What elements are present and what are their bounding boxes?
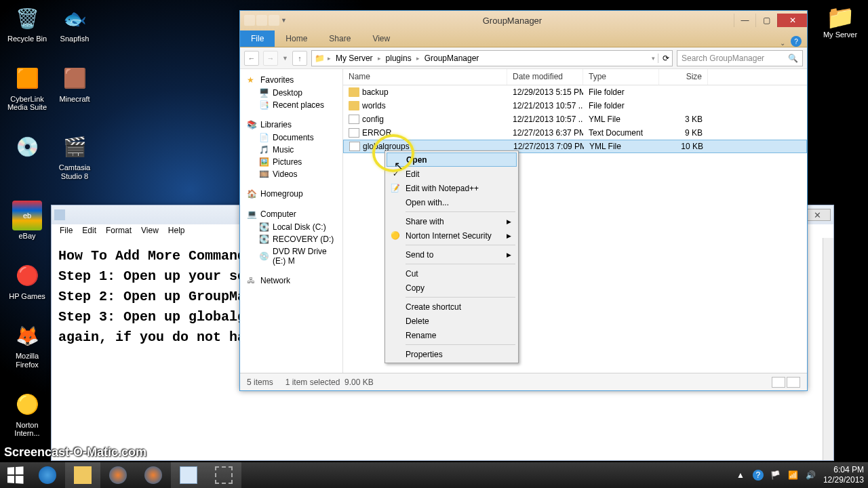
desktop-icon-snapfish[interactable]: 🐟Snapfish xyxy=(51,3,98,43)
tray-help-icon[interactable]: ? xyxy=(753,470,764,481)
tray-network-icon[interactable]: 📶 xyxy=(788,470,799,481)
tray-action-icon[interactable]: 🏳️ xyxy=(770,470,781,481)
menu-help[interactable]: Help xyxy=(164,226,189,237)
desktop-icon-camtasia[interactable]: 🎬Camtasia Studio 8 xyxy=(51,132,98,180)
nav-recovery[interactable]: 💽RECOVERY (D:) xyxy=(240,233,342,245)
explorer-titlebar[interactable]: ▼ GroupManager — ▢ ✕ xyxy=(240,11,807,30)
list-header: Name Date modified Type Size xyxy=(343,69,807,85)
nav-local-disk[interactable]: 💽Local Disk (C:) xyxy=(240,221,342,233)
start-button[interactable] xyxy=(0,462,30,488)
desktop-icon-firefox[interactable]: 🦊Mozilla Firefox xyxy=(3,321,51,369)
taskbar-wmp[interactable] xyxy=(100,462,136,488)
tray-up-icon[interactable]: ▲ xyxy=(735,470,746,481)
breadcrumb[interactable]: 📁 ▸ My Server ▸ plugins ▸ GroupManager ▾… xyxy=(311,50,673,66)
explorer-window: ▼ GroupManager — ▢ ✕ File Home Share Vie… xyxy=(239,10,808,391)
view-details-button[interactable] xyxy=(772,377,785,388)
taskbar: ▲ ? 🏳️ 📶 🔊 6:04 PM 12/29/2013 xyxy=(0,462,868,488)
list-item[interactable]: config12/21/2013 10:57 ...YML File3 KB xyxy=(343,113,807,126)
minimize-button[interactable]: — xyxy=(734,14,755,27)
context-menu-item[interactable]: Cut xyxy=(387,266,517,281)
close-button[interactable]: ✕ xyxy=(804,209,831,221)
context-menu-item[interactable]: Create shortcut xyxy=(387,300,517,314)
menu-file[interactable]: File xyxy=(56,226,77,237)
nav-libraries[interactable]: 📚Libraries xyxy=(240,118,342,131)
window-title: GroupManager xyxy=(291,16,734,26)
desktop-icon-cyberlink[interactable]: 🟧CyberLink Media Suite xyxy=(3,64,51,112)
tab-file[interactable]: File xyxy=(240,30,275,47)
menu-format[interactable]: Format xyxy=(102,226,136,237)
nav-computer[interactable]: 💻Computer xyxy=(240,207,342,221)
menu-view[interactable]: View xyxy=(137,226,163,237)
desktop-icon-disc[interactable]: 💿 xyxy=(3,132,51,180)
context-menu-item[interactable]: ✓Edit xyxy=(387,167,517,181)
search-icon: 🔍 xyxy=(788,54,798,63)
list-item[interactable]: worlds12/21/2013 10:57 ...File folder xyxy=(343,99,807,113)
tray-clock[interactable]: 6:04 PM 12/29/2013 xyxy=(823,465,864,485)
context-menu-item[interactable]: Share with▶ xyxy=(387,214,517,228)
chevron-down-icon[interactable]: ⌄ xyxy=(780,39,785,47)
nav-pictures[interactable]: 🖼️Pictures xyxy=(240,156,342,168)
nav-dvd[interactable]: 💿DVD RW Drive (E:) M xyxy=(240,245,342,267)
folder-icon: 📁 xyxy=(315,54,325,63)
help-icon[interactable]: ? xyxy=(791,36,802,47)
taskbar-recorder[interactable] xyxy=(206,462,241,488)
forward-button[interactable]: → xyxy=(263,51,278,66)
taskbar-firefox[interactable] xyxy=(136,462,171,488)
col-date[interactable]: Date modified xyxy=(507,69,583,85)
ribbon-tabs: File Home Share View ⌄ ? xyxy=(240,30,807,47)
status-items: 5 items xyxy=(247,378,273,387)
context-menu-item[interactable]: Open xyxy=(387,152,517,167)
context-menu-item[interactable]: Send to▶ xyxy=(387,247,517,262)
back-button[interactable]: ← xyxy=(244,51,259,66)
tray-volume-icon[interactable]: 🔊 xyxy=(806,470,816,481)
maximize-button[interactable]: ▢ xyxy=(755,14,777,27)
breadcrumb-item[interactable]: GroupManager xyxy=(422,54,481,63)
view-icons-button[interactable] xyxy=(787,377,800,388)
tab-share[interactable]: Share xyxy=(318,30,361,47)
context-menu-item[interactable]: Open with... xyxy=(387,195,517,209)
scrollbar-vertical[interactable] xyxy=(823,238,833,460)
col-size[interactable]: Size xyxy=(659,69,708,85)
nav-recent[interactable]: 📑Recent places xyxy=(240,99,342,111)
qat-icon[interactable] xyxy=(244,15,255,26)
taskbar-notepad[interactable] xyxy=(171,462,206,488)
nav-network[interactable]: 🖧Network xyxy=(240,274,342,287)
menu-edit[interactable]: Edit xyxy=(78,226,100,237)
context-menu-item[interactable]: Rename xyxy=(387,328,517,342)
context-menu-item[interactable]: Copy xyxy=(387,281,517,295)
desktop-icon-my-server[interactable]: 📁 My Server xyxy=(816,3,864,39)
context-menu-item[interactable]: Delete xyxy=(387,314,517,328)
tab-view[interactable]: View xyxy=(361,30,401,47)
search-input[interactable]: Search GroupManager 🔍 xyxy=(677,50,803,66)
taskbar-explorer[interactable] xyxy=(65,462,100,488)
desktop-icon-minecraft[interactable]: 🟫Minecraft xyxy=(51,64,98,112)
tab-home[interactable]: Home xyxy=(275,30,318,47)
desktop-icon-hp-games[interactable]: 🔴HP Games xyxy=(3,261,51,301)
desktop-icon-norton[interactable]: 🟡Norton Intern... xyxy=(3,390,51,438)
context-menu-item[interactable]: Properties xyxy=(387,347,517,361)
desktop-icon-recycle-bin[interactable]: 🗑️Recycle Bin xyxy=(3,3,51,43)
breadcrumb-item[interactable]: plugins xyxy=(384,54,414,63)
nav-desktop[interactable]: 🖥️Desktop xyxy=(240,87,342,99)
nav-videos[interactable]: 🎞️Videos xyxy=(240,168,342,180)
qat-icon[interactable] xyxy=(269,15,279,26)
col-type[interactable]: Type xyxy=(583,69,659,85)
nav-homegroup[interactable]: 🏠Homegroup xyxy=(240,187,342,201)
taskbar-ie[interactable] xyxy=(30,462,65,488)
status-selected: 1 item selected 9.00 KB xyxy=(285,378,374,387)
refresh-icon[interactable]: ⟳ xyxy=(658,54,669,63)
status-bar: 5 items 1 item selected 9.00 KB xyxy=(240,373,807,390)
context-menu-item[interactable]: 🟡Norton Internet Security▶ xyxy=(387,228,517,243)
col-name[interactable]: Name xyxy=(343,69,507,85)
nav-documents[interactable]: 📄Documents xyxy=(240,131,342,144)
nav-favorites[interactable]: ★Favorites xyxy=(240,73,342,87)
close-button[interactable]: ✕ xyxy=(777,14,807,27)
list-item[interactable]: backup12/29/2013 5:15 PMFile folder xyxy=(343,85,807,99)
qat-icon[interactable] xyxy=(256,15,267,26)
breadcrumb-item[interactable]: My Server xyxy=(334,54,375,63)
up-button[interactable]: ↑ xyxy=(292,51,307,66)
list-item[interactable]: ERROR12/27/2013 6:37 PMText Document9 KB xyxy=(343,126,807,140)
nav-music[interactable]: 🎵Music xyxy=(240,144,342,156)
desktop-icon-ebay[interactable]: ebeBay xyxy=(3,201,51,241)
context-menu-item[interactable]: 📝Edit with Notepad++ xyxy=(387,181,517,195)
